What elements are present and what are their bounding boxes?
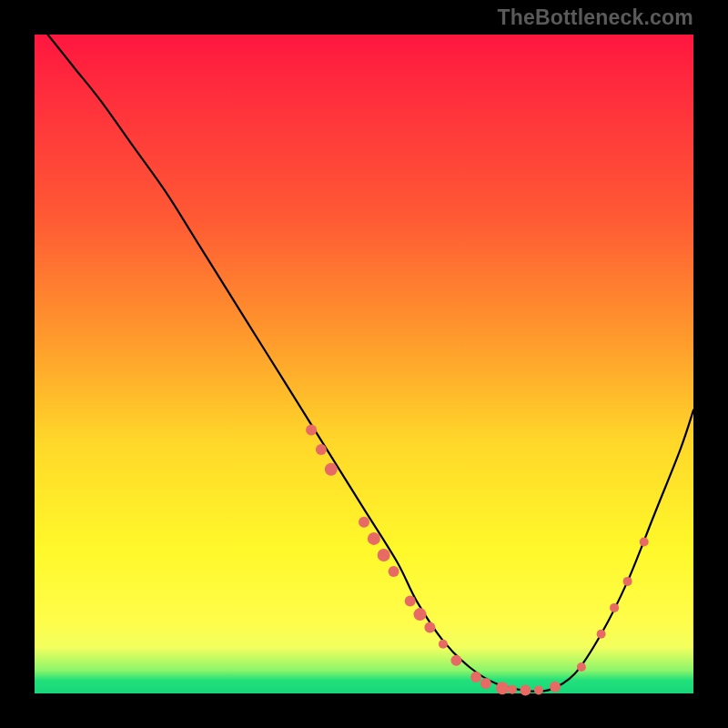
marker-dot xyxy=(450,655,461,666)
marker-dot xyxy=(623,577,632,586)
marker-dot xyxy=(520,684,531,695)
marker-dot xyxy=(640,538,649,547)
marker-dot xyxy=(577,662,586,672)
highlight-markers xyxy=(306,424,649,695)
marker-dot xyxy=(368,532,380,545)
chart-svg xyxy=(35,35,693,693)
marker-dot xyxy=(316,444,327,455)
marker-dot xyxy=(470,672,481,682)
marker-dot xyxy=(550,682,561,693)
marker-dot xyxy=(480,678,491,689)
marker-dot xyxy=(610,603,619,612)
watermark-label: TheBottleneck.com xyxy=(497,5,693,30)
marker-dot xyxy=(424,622,435,633)
marker-dot xyxy=(508,685,517,694)
bottleneck-curve xyxy=(48,35,694,692)
chart-frame: TheBottleneck.com xyxy=(0,0,728,728)
marker-dot xyxy=(534,685,543,694)
marker-dot xyxy=(359,517,369,528)
marker-dot xyxy=(597,630,606,639)
marker-dot xyxy=(378,549,390,561)
marker-dot xyxy=(414,608,427,621)
marker-dot xyxy=(439,640,448,649)
marker-dot xyxy=(325,463,338,476)
marker-dot xyxy=(389,566,399,577)
marker-dot xyxy=(496,682,509,694)
marker-dot xyxy=(405,596,416,607)
marker-dot xyxy=(306,424,317,435)
